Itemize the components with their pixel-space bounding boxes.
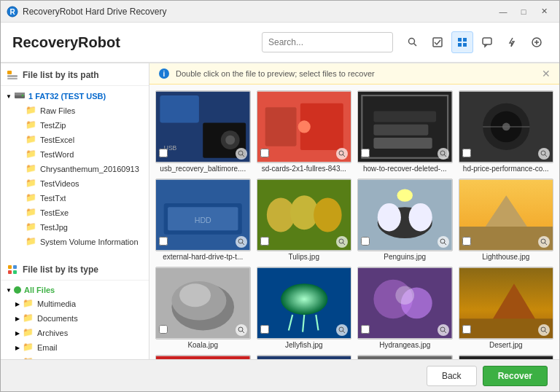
thumb-checkbox-area[interactable] [260,237,269,248]
thumbnail-item[interactable]: sd-cards-2x1-fullres-843... [357,355,453,359]
tree-archives[interactable]: ▶ 📁 Archives [1,326,149,340]
app-logo: RecoveryRobot [12,34,262,51]
thumb-checkbox-area[interactable] [462,237,471,248]
thumb-image [459,356,553,359]
thumb-checkbox[interactable] [159,325,168,334]
thumb-image-wrap [357,267,453,340]
tree-documents[interactable]: ▶ 📁 Documents [1,311,149,326]
plus-circle-tool-button[interactable] [526,31,548,53]
thumb-checkbox[interactable] [462,237,471,246]
thumbnail-item[interactable]: Lighthouse.jpg [459,179,554,261]
tree-testjpg[interactable]: ▶ 📁 TestJpg [1,220,149,235]
maximize-button[interactable]: □ [514,4,533,19]
thumb-checkbox-area[interactable] [462,149,471,160]
thumb-checkbox-area[interactable] [159,149,168,160]
chat-tool-button[interactable] [476,31,498,53]
tree-toggle-all[interactable]: ▼ [4,285,14,295]
tree-chrysanthemum[interactable]: ▶ 📁 Chrysanthemum_20160913 [1,162,149,176]
header: RecoveryRobot [1,23,559,63]
svg-point-81 [179,283,211,307]
thumbnail-item[interactable]: Tulips.jpg [257,179,352,261]
checklist-tool-button[interactable] [427,31,448,53]
thumb-checkbox-area[interactable] [361,237,370,248]
thumb-zoom-overlay [538,324,550,336]
thumb-checkbox[interactable] [159,237,168,246]
tree-raw-files[interactable]: ▶ 📁 Raw Files [1,103,149,118]
svg-rect-9 [483,38,491,44]
thumb-label: Jellyfish.jpg [257,341,352,349]
tree-testzip[interactable]: ▶ 📁 TestZip [1,118,149,133]
thumbnail-item[interactable]: how-to-recover-deleted-... [357,90,453,173]
lightning-tool-button[interactable] [501,31,523,53]
thumb-checkbox[interactable] [361,237,370,246]
thumb-checkbox-area[interactable] [260,325,269,336]
info-close-button[interactable]: ✕ [542,68,551,79]
thumb-checkbox[interactable] [462,149,471,157]
thumb-checkbox[interactable] [260,325,269,334]
svg-line-65 [343,243,345,245]
tree-allfiles[interactable]: ▼ All Files [1,283,149,297]
thumbnail-item[interactable]: usb_recovery_baltimore.... [257,355,352,359]
svg-rect-22 [13,270,17,274]
thumb-checkbox[interactable] [260,149,269,157]
thumb-checkbox-area[interactable] [462,325,471,336]
tree-email[interactable]: ▶ 📁 Email [1,340,149,355]
thumb-image-wrap [459,267,554,340]
thumbnail-item[interactable]: HDD external-hard-drive-tp-t... [155,179,251,261]
thumb-checkbox-area[interactable] [361,149,370,160]
svg-rect-7 [458,43,462,47]
thumb-checkbox-area[interactable] [159,325,168,336]
search-input[interactable] [262,32,393,52]
back-button[interactable]: Back [427,366,477,386]
thumbnail-item[interactable]: sd-cards-2x1-fullres-843... [257,90,352,173]
thumb-checkbox[interactable] [159,149,168,157]
search-icon [407,36,419,48]
tree-testtxt[interactable]: ▶ 📁 TestTxt [1,191,149,205]
thumb-checkbox-area[interactable] [361,325,370,336]
thumbnail-item[interactable]: Koala.jpg [155,267,251,349]
tree-testexcel[interactable]: ▶ 📁 TestExcel [1,133,149,147]
thumb-zoom-icon [336,148,348,160]
svg-rect-40 [373,111,436,122]
tree-testword[interactable]: ▶ 📁 TestWord [1,147,149,162]
recover-button[interactable]: Recover [483,366,548,386]
thumbnail-item[interactable]: Jellyfish.jpg [257,267,352,349]
thumb-checkbox[interactable] [260,237,269,246]
thumb-checkbox-area[interactable] [159,237,168,248]
thumb-label: sd-cards-2x1-fullres-843... [257,165,352,173]
minimize-button[interactable]: — [494,4,513,19]
tree-toggle-raw[interactable]: ▶ [15,106,26,116]
svg-point-69 [409,203,432,232]
thumb-label: hd-price-performance-co... [459,165,554,173]
svg-point-94 [395,286,414,305]
svg-rect-21 [8,270,12,274]
tree-multimedia[interactable]: ▶ 📁 Multimedia [1,297,149,311]
thumbnail-item[interactable]: how-to-recover-deleted-... [459,355,554,359]
thumbnail-item[interactable]: USB usb_recovery_baltimore.... [155,90,251,173]
tree-toggle[interactable]: ▼ [4,91,14,101]
tree-sysvolinfo[interactable]: ▶ 📁 System Volume Information [1,235,149,249]
thumb-zoom-icon [438,236,449,248]
thumbnail-item[interactable]: Desert.jpg [459,267,554,349]
grid-tool-button[interactable] [451,31,473,53]
close-button[interactable]: ✕ [534,4,553,19]
thumbnail-grid[interactable]: USB usb_recovery_baltimore.... [149,85,559,359]
thumb-checkbox-area[interactable] [260,149,269,160]
thumbnail-item[interactable]: Hydrangeas.jpg [357,267,453,349]
tree-testexe[interactable]: ▶ 📁 TestExe [1,205,149,220]
folder-icon-exe: 📁 [26,207,37,219]
thumb-checkbox[interactable] [462,325,471,334]
folder-icon-excel: 📁 [26,134,37,146]
thumb-checkbox[interactable] [361,325,370,334]
thumbnail-item[interactable]: Penguins.jpg [357,179,453,261]
thumbnail-item[interactable]: hd-price-performance-co... [459,90,554,173]
tree-testvideos[interactable]: ▶ 📁 TestVideos [1,176,149,191]
folder-icon: 📁 [26,105,37,117]
thumbnail-item[interactable]: Chrysanthemum.jpg [155,355,251,359]
thumb-checkbox[interactable] [361,149,370,157]
svg-rect-121 [459,356,553,359]
search-tool-button[interactable] [402,31,424,53]
tree-drive-item[interactable]: ▼ 1 FAT32 (TEST USB) [1,89,149,103]
thumb-image-wrap: HDD [155,179,251,251]
folder-icon-zip: 📁 [26,119,37,131]
